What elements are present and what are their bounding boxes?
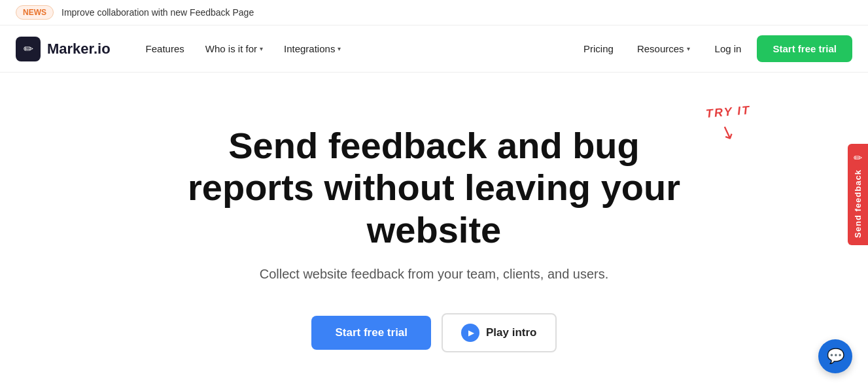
- hero-section: TRY IT ↘ Send feedback and bug reports w…: [0, 73, 868, 389]
- play-icon: ▶: [461, 324, 479, 342]
- hero-title: Send feedback and bug reports without le…: [173, 125, 696, 251]
- news-badge: NEWS: [16, 5, 54, 20]
- feedback-sidebar-inner[interactable]: ✏ Send feedback: [848, 144, 868, 246]
- nav-resources[interactable]: Resources ▾: [628, 38, 699, 59]
- hero-subtitle: Collect website feedback from your team,…: [260, 267, 609, 282]
- logo-link[interactable]: ✏ Marker.io: [16, 37, 111, 61]
- chat-icon: 💬: [827, 348, 844, 365]
- try-it-annotation: TRY IT ↘: [706, 105, 750, 143]
- chat-bubble-button[interactable]: 💬: [818, 339, 852, 373]
- start-trial-button[interactable]: Start free trial: [757, 35, 852, 62]
- hero-play-intro-button[interactable]: ▶ Play intro: [442, 313, 556, 352]
- nav-left: Features Who is it for ▾ Integrations ▾: [137, 38, 574, 59]
- try-it-arrow-icon: ↘: [717, 120, 738, 145]
- nav-right: Pricing Resources ▾ Log in Start free tr…: [574, 35, 852, 62]
- hero-start-trial-button[interactable]: Start free trial: [311, 316, 431, 350]
- news-bar: NEWS Improve collaboration with new Feed…: [0, 0, 868, 25]
- nav-pricing[interactable]: Pricing: [574, 38, 623, 59]
- logo-icon: ✏: [16, 37, 41, 61]
- feedback-sidebar[interactable]: ✏ Send feedback: [848, 144, 868, 246]
- feedback-pencil-icon: ✏: [854, 152, 862, 164]
- news-text: Improve collaboration with new Feedback …: [61, 7, 254, 18]
- nav-who-is-it-for[interactable]: Who is it for ▾: [196, 38, 272, 59]
- logo-text: Marker.io: [47, 41, 111, 58]
- try-it-text: TRY IT: [705, 103, 751, 121]
- who-chevron-icon: ▾: [260, 45, 263, 52]
- navbar: ✏ Marker.io Features Who is it for ▾ Int…: [0, 25, 868, 73]
- hero-buttons: Start free trial ▶ Play intro: [311, 313, 556, 352]
- feedback-sidebar-label: Send feedback: [853, 169, 863, 238]
- integrations-chevron-icon: ▾: [338, 45, 341, 52]
- nav-integrations[interactable]: Integrations ▾: [275, 38, 350, 59]
- nav-features[interactable]: Features: [137, 38, 194, 59]
- resources-chevron-icon: ▾: [687, 45, 690, 52]
- login-button[interactable]: Log in: [704, 38, 752, 59]
